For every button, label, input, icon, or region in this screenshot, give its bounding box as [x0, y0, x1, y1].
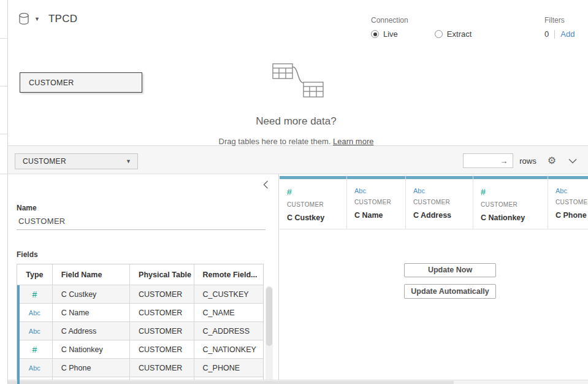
- fields-table-scrollbar[interactable]: [265, 286, 273, 384]
- string-type-icon: Abc: [17, 359, 53, 377]
- database-caret-icon[interactable]: ▼: [34, 17, 40, 22]
- column-accent-bar: [347, 176, 405, 179]
- chevron-down-icon[interactable]: [568, 158, 577, 164]
- column-accent-bar: [473, 176, 548, 179]
- filters-add-link[interactable]: Add: [560, 29, 575, 39]
- filters-label: Filters: [544, 16, 575, 25]
- grid-column-header[interactable]: # CUSTOMER C Nationkey: [473, 176, 548, 229]
- arrow-right-icon: →: [500, 157, 508, 165]
- strip-divider: [0, 86, 8, 86]
- database-icon[interactable]: [18, 12, 31, 26]
- table-select-dropdown[interactable]: CUSTOMER ▼: [15, 153, 138, 169]
- string-type-icon: Abc: [413, 187, 473, 194]
- radio-live[interactable]: Live: [371, 29, 398, 39]
- empty-state: Need more data? Drag tables here to rela…: [192, 59, 400, 146]
- table-details-panel: Name CUSTOMER Fields Type Field Name Phy…: [8, 174, 279, 384]
- number-type-icon: #: [481, 187, 548, 197]
- table-row[interactable]: Abc C Phone CUSTOMER C_PHONE: [17, 359, 263, 377]
- datasource-title: TPCD: [48, 13, 77, 25]
- grid-column-header[interactable]: # CUSTOMER C Custkey: [280, 176, 347, 229]
- filters-block: Filters 0 Add: [544, 16, 575, 39]
- string-type-icon: Abc: [556, 187, 588, 194]
- gear-icon[interactable]: ⚙: [548, 156, 556, 166]
- column-accent-bar: [548, 176, 588, 179]
- relate-tables-icon: [259, 59, 333, 102]
- divider: [17, 229, 265, 230]
- table-row[interactable]: Abc C Address CUSTOMER C_ADDRESS: [17, 322, 263, 340]
- radio-extract-icon[interactable]: [435, 30, 443, 38]
- grid-column-header[interactable]: Abc CUSTOMER C Name: [347, 176, 406, 229]
- table-row[interactable]: Abc C Name CUSTOMER C_NAME: [17, 304, 263, 322]
- fields-table-header: Type Field Name Physical Table Remote Fi…: [17, 264, 263, 285]
- strip-divider: [0, 174, 8, 174]
- table-row[interactable]: # C Custkey CUSTOMER C_CUSTKEY: [17, 285, 263, 304]
- connection-block: Connection Live Extract: [371, 16, 472, 39]
- strip-divider: [0, 38, 8, 39]
- string-type-icon: Abc: [17, 304, 53, 321]
- column-accent-bar: [406, 176, 473, 179]
- horizontal-scrollbar[interactable]: [0, 380, 588, 384]
- connection-label: Connection: [371, 16, 472, 25]
- update-automatically-button[interactable]: Update Automatically: [404, 284, 496, 299]
- data-grid-header: # CUSTOMER C Custkey Abc CUSTOMER C Name…: [280, 176, 588, 229]
- string-type-icon: Abc: [354, 187, 405, 194]
- datasource-brand: ▼ TPCD: [18, 12, 77, 26]
- scrollbar-thumb[interactable]: [8, 381, 454, 384]
- left-edge-strip: [0, 0, 8, 384]
- selected-rows-accent: [17, 285, 20, 384]
- radio-live-icon[interactable]: [371, 30, 379, 38]
- empty-state-title: Need more data?: [192, 115, 400, 128]
- empty-state-hint: Drag tables here to relate them. Learn m…: [192, 137, 400, 146]
- divider: [280, 229, 588, 229]
- filters-count: 0: [544, 29, 549, 39]
- rows-count-input[interactable]: →: [463, 153, 513, 168]
- learn-more-link[interactable]: Learn more: [333, 137, 373, 146]
- number-type-icon: #: [17, 340, 53, 358]
- fields-label: Fields: [17, 250, 38, 259]
- table-row[interactable]: # C Nationkey CUSTOMER C_NATIONKEY: [17, 340, 263, 359]
- table-name-input[interactable]: CUSTOMER: [18, 217, 66, 226]
- update-now-button[interactable]: Update Now: [404, 263, 496, 277]
- scrollbar-thumb[interactable]: [266, 287, 272, 346]
- fields-table: Type Field Name Physical Table Remote Fi…: [17, 264, 264, 384]
- data-grid: # CUSTOMER C Custkey Abc CUSTOMER C Name…: [280, 174, 588, 379]
- number-type-icon: #: [17, 285, 53, 303]
- relationship-canvas: ▼ TPCD Connection Live Extract Filters 0: [8, 0, 588, 146]
- data-grid-toolbar: CUSTOMER ▼ → rows ⚙: [0, 146, 588, 174]
- datasource-page: ▼ TPCD Connection Live Extract Filters 0: [0, 0, 588, 384]
- column-accent-bar: [280, 176, 346, 179]
- logical-table-customer[interactable]: CUSTOMER: [20, 72, 142, 93]
- rows-label: rows: [519, 156, 536, 166]
- name-label: Name: [17, 204, 37, 212]
- string-type-icon: Abc: [17, 322, 53, 340]
- grid-column-header[interactable]: Abc CUSTOMER C Phone: [548, 176, 588, 229]
- grid-column-header[interactable]: Abc CUSTOMER C Address: [406, 176, 473, 229]
- divider: [554, 30, 555, 39]
- number-type-icon: #: [287, 187, 346, 197]
- chevron-down-icon: ▼: [126, 158, 131, 164]
- radio-extract[interactable]: Extract: [435, 29, 472, 39]
- collapse-panel-icon[interactable]: [263, 180, 269, 189]
- strip-divider: [0, 134, 8, 134]
